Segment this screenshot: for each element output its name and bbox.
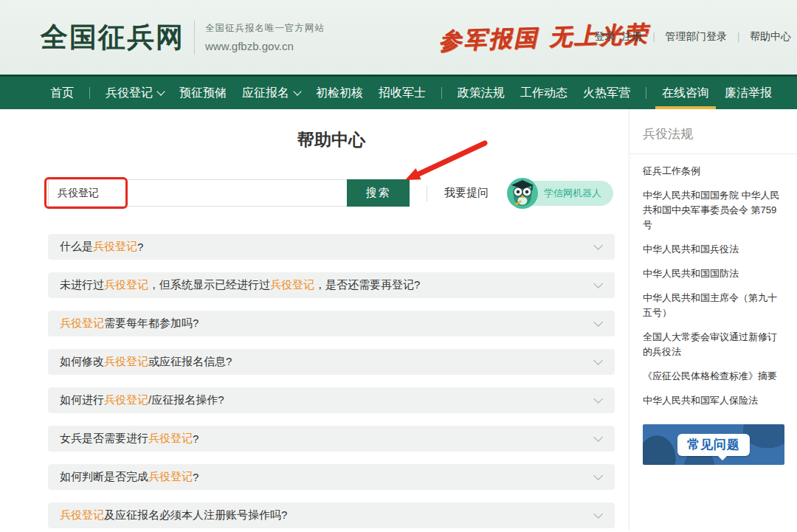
faq-banner-bubble: 常见问题 [677, 434, 750, 456]
law-link[interactable]: 中华人民共和国国防法 [643, 266, 785, 281]
faq-highlight-term: 兵役登记 [148, 432, 193, 446]
law-link[interactable]: 全国人大常委会审议通过新修订的兵役法 [643, 330, 785, 359]
law-link[interactable]: 《应征公民体格检查标准》摘要 [643, 369, 785, 384]
site-header: 全国征兵网 全国征兵报名唯一官方网站 www.gfbzb.gov.cn 参军报国… [0, 0, 797, 75]
search-button[interactable]: 搜索 [347, 179, 410, 207]
faq-list: 什么是兵役登记?未进行过兵役登记，但系统显示已经进行过兵役登记，是否还需要再登记… [48, 234, 615, 528]
faq-text: 女兵是否需要进行 [60, 432, 148, 446]
faq-text: ? [193, 471, 199, 483]
faq-text: 如何修改 [60, 355, 104, 369]
faq-text: ，是否还需要再登记? [314, 278, 420, 292]
header-link-separator: ｜ [734, 30, 743, 44]
header-links: 登录注册｜管理部门登录｜帮助中心 [595, 30, 791, 44]
tagline-url: www.gfbzb.gov.cn [205, 40, 325, 52]
chatbot-label: 学信网机器人 [544, 187, 601, 200]
nav-item-label: 首页 [50, 86, 74, 101]
nav-item-label: 初检初核 [316, 86, 363, 101]
chevron-down-icon [293, 87, 301, 95]
faq-highlight-term: 兵役登记 [93, 240, 137, 254]
chevron-down-icon[interactable] [593, 279, 603, 289]
faq-text: 什么是 [60, 240, 93, 254]
site-logo[interactable]: 全国征兵网 [41, 19, 184, 56]
chevron-down-icon[interactable] [593, 317, 603, 327]
faq-highlight-term: 兵役登记 [148, 470, 193, 484]
faq-text: /应征报名操作? [148, 393, 224, 407]
header-link-admin-login[interactable]: 管理部门登录 [665, 30, 727, 44]
nav-item-pre-recruitment-reserve[interactable]: 预征预储 [179, 77, 227, 109]
nav-item-military-camp[interactable]: 火热军营 [583, 77, 630, 109]
faq-row[interactable]: 什么是兵役登记? [48, 234, 615, 260]
faq-text: 需要每年都参加吗? [104, 317, 199, 331]
law-link[interactable]: 中华人民共和国兵役法 [643, 242, 785, 257]
main-nav: 首页兵役登记预征预储应征报名初检初核招收军士政策法规工作动态火热军营在线咨询廉洁… [0, 75, 797, 109]
search-row: 搜索 我要提问 学信网机器人 [48, 179, 615, 207]
nav-item-label: 在线咨询 [662, 86, 709, 101]
search-input[interactable] [48, 179, 347, 207]
nav-divider [89, 87, 90, 99]
faq-row[interactable]: 如何判断是否完成兵役登记? [48, 464, 615, 490]
header-link-register[interactable]: 注册 [622, 30, 643, 44]
nav-item-label: 兵役登记 [106, 86, 153, 101]
owl-robot-icon [507, 178, 538, 209]
help-center-main: 帮助中心 搜索 我要提问 [0, 109, 629, 530]
nav-item-label: 廉洁举报 [725, 86, 772, 101]
chevron-down-icon[interactable] [593, 394, 603, 404]
faq-highlight-term: 兵役登记 [60, 508, 104, 522]
faq-text: ，但系统显示已经进行过 [148, 278, 270, 292]
nav-item-nco-recruitment[interactable]: 招收军士 [379, 77, 426, 109]
nav-divider [646, 87, 646, 99]
sidebar-divider [629, 153, 797, 154]
nav-item-work-updates[interactable]: 工作动态 [520, 77, 567, 109]
law-link[interactable]: 中华人民共和国国务院 中华人民共和国中央军事委员会令 第759号 [643, 188, 785, 232]
faq-text: 如何进行 [60, 393, 104, 407]
law-link[interactable]: 中华人民共和国军人保险法 [643, 393, 785, 408]
faq-row[interactable]: 兵役登记需要每年都参加吗? [48, 311, 615, 336]
nav-item-label: 应征报名 [242, 86, 289, 101]
faq-text: 或应征报名信息? [148, 355, 232, 369]
chevron-down-icon[interactable] [593, 432, 603, 442]
page-body: 帮助中心 搜索 我要提问 [0, 109, 797, 530]
faq-banner[interactable]: 常见问题 [643, 424, 784, 465]
faq-row[interactable]: 未进行过兵役登记，但系统显示已经进行过兵役登记，是否还需要再登记? [48, 272, 615, 298]
logo-block: 全国征兵网 全国征兵报名唯一官方网站 www.gfbzb.gov.cn [41, 19, 325, 56]
page-title: 帮助中心 [48, 128, 615, 151]
nav-item-policies-regulations[interactable]: 政策法规 [458, 77, 505, 109]
law-link[interactable]: 中华人民共和国主席令（第九十五号） [643, 291, 785, 320]
nav-item-military-service-registration[interactable]: 兵役登记 [106, 77, 164, 109]
chevron-down-icon [156, 87, 165, 95]
header-link-login[interactable]: 登录 [595, 30, 615, 44]
ask-question-link[interactable]: 我要提问 [444, 186, 489, 200]
faq-highlight-term: 兵役登记 [104, 393, 148, 407]
faq-row[interactable]: 如何进行兵役登记/应征报名操作? [48, 387, 615, 413]
nav-item-label: 政策法规 [458, 86, 505, 101]
header-link-separator: ｜ [649, 30, 659, 44]
faq-text: ? [193, 432, 199, 445]
faq-highlight-term: 兵役登记 [104, 278, 148, 292]
vertical-divider [427, 185, 427, 201]
nav-item-enlistment-application[interactable]: 应征报名 [242, 77, 300, 109]
logo-divider [194, 21, 195, 55]
chevron-down-icon[interactable] [593, 471, 603, 480]
faq-text: 如何判断是否完成 [60, 470, 148, 484]
nav-item-label: 火热军营 [583, 86, 630, 101]
faq-row[interactable]: 如何修改兵役登记或应征报名信息? [48, 349, 615, 375]
chatbot-badge[interactable]: 学信网机器人 [508, 181, 613, 206]
nav-item-online-consultation[interactable]: 在线咨询 [662, 77, 709, 109]
faq-text: 未进行过 [60, 278, 104, 292]
chevron-down-icon[interactable] [593, 356, 603, 365]
nav-item-label: 招收军士 [379, 86, 426, 101]
nav-item-integrity-report[interactable]: 廉洁举报 [725, 77, 772, 109]
faq-text: 及应征报名必须本人注册账号操作吗? [104, 508, 287, 522]
sidebar-regulations: 兵役法规 征兵工作条例中华人民共和国国务院 中华人民共和国中央军事委员会令 第7… [629, 109, 797, 530]
nav-item-home[interactable]: 首页 [50, 77, 74, 109]
tagline-official: 全国征兵报名唯一官方网站 [205, 22, 325, 35]
chevron-down-icon[interactable] [593, 241, 603, 250]
faq-row[interactable]: 女兵是否需要进行兵役登记? [48, 426, 615, 452]
nav-item-initial-inspection[interactable]: 初检初核 [316, 77, 363, 109]
nav-divider [441, 87, 442, 99]
law-link[interactable]: 征兵工作条例 [643, 164, 785, 179]
chevron-down-icon[interactable] [593, 509, 603, 519]
faq-row[interactable]: 兵役登记及应征报名必须本人注册账号操作吗? [48, 502, 615, 528]
law-list: 征兵工作条例中华人民共和国国务院 中华人民共和国中央军事委员会令 第759号中华… [641, 164, 785, 408]
header-link-help-center[interactable]: 帮助中心 [750, 30, 791, 44]
